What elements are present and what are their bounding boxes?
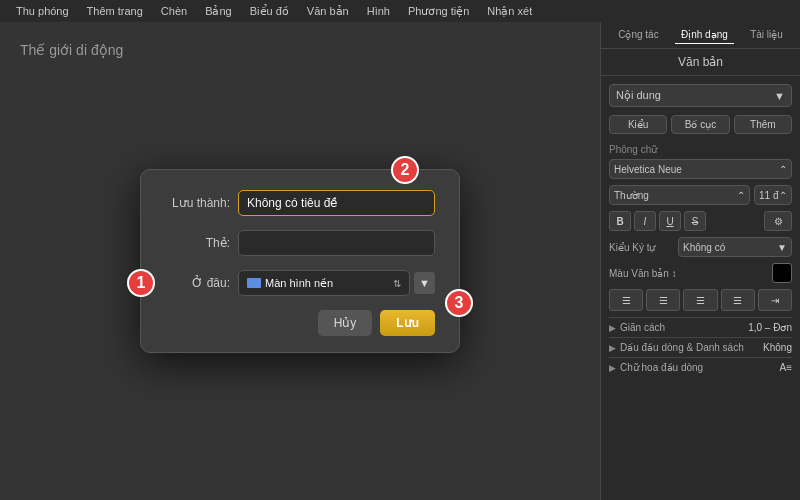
- sidebar-top-tabs: Cộng tác Định dạng Tài liệu: [601, 22, 800, 49]
- align-row: ☰ ☰ ☰ ☰ ⇥: [609, 289, 792, 311]
- menu-nhan-xet[interactable]: Nhận xét: [479, 3, 540, 20]
- tab-bo-cuc[interactable]: Bố cục: [671, 115, 729, 134]
- save-button[interactable]: Lưu: [380, 310, 435, 336]
- badge-1: 1: [127, 269, 155, 297]
- tag-input[interactable]: [238, 230, 435, 256]
- menu-bang[interactable]: Bảng: [197, 3, 240, 20]
- strikethrough-button[interactable]: S: [684, 211, 706, 231]
- sidebar-section-title: Văn bản: [601, 49, 800, 76]
- spacing-label: Giãn cách: [620, 322, 744, 333]
- list-label: Dấu đầu dòng & Danh sách: [620, 342, 759, 353]
- cancel-button[interactable]: Hủy: [318, 310, 373, 336]
- menu-phuong-tien[interactable]: Phương tiện: [400, 3, 477, 20]
- bold-button[interactable]: B: [609, 211, 631, 231]
- italic-button[interactable]: I: [634, 211, 656, 231]
- sidebar-content: Nội dung ▼ Kiểu Bố cục Thêm Phông chữ He…: [601, 76, 800, 500]
- menu-bieu-do[interactable]: Biểu đồ: [242, 3, 297, 20]
- char-style-text: Không có: [683, 242, 725, 253]
- tab-cong-tac[interactable]: Cộng tác: [612, 26, 664, 44]
- font-size-text: 11 đ: [759, 190, 778, 201]
- font-name-text: Helvetica Neue: [614, 164, 682, 175]
- location-row: Ở đâu: Màn hình nền ⇅ ▼: [165, 270, 435, 296]
- indent-button[interactable]: ⇥: [758, 289, 792, 311]
- align-left-button[interactable]: ☰: [609, 289, 643, 311]
- location-label: Ở đâu:: [165, 276, 230, 290]
- font-name-chevron-icon: ⌃: [779, 164, 787, 175]
- font-size-box[interactable]: 11 đ ⌃: [754, 185, 792, 205]
- underline-button[interactable]: U: [659, 211, 681, 231]
- char-style-label: Kiểu Ký tự: [609, 242, 674, 253]
- save-label: Lưu thành:: [165, 196, 230, 210]
- list-chevron-icon: ▶: [609, 343, 616, 353]
- style-buttons-row: B I U S ⚙: [609, 211, 792, 231]
- menubar: Thu phóng Thêm trang Chèn Bảng Biểu đồ V…: [0, 0, 800, 22]
- spacing-section[interactable]: ▶ Giãn cách 1,0 – Đơn: [609, 317, 792, 337]
- text-color-swatch[interactable]: [772, 263, 792, 283]
- spacing-value: 1,0 – Đơn: [748, 322, 792, 333]
- caps-section[interactable]: ▶ Chữ hoa đầu dòng A≡: [609, 357, 792, 377]
- align-center-button[interactable]: ☰: [646, 289, 680, 311]
- badge-3: 3: [445, 289, 473, 317]
- content-chevron-icon: ▼: [774, 90, 785, 102]
- tag-label: Thẻ:: [165, 236, 230, 250]
- char-style-dropdown[interactable]: Không có ▼: [678, 237, 792, 257]
- doc-area: Thế giới di động 1 2 3 Lưu thành: Thẻ:: [0, 22, 600, 500]
- menu-chen[interactable]: Chèn: [153, 3, 195, 19]
- tab-dinh-dang[interactable]: Định dạng: [675, 26, 734, 44]
- char-style-row: Kiểu Ký tự Không có ▼: [609, 237, 792, 257]
- align-justify-button[interactable]: ☰: [721, 289, 755, 311]
- font-style-text: Thường: [614, 190, 649, 201]
- content-label: Nội dung: [616, 89, 661, 102]
- caps-label: Chữ hoa đầu dòng: [620, 362, 775, 373]
- font-name-row: Helvetica Neue ⌃: [609, 159, 792, 179]
- location-select[interactable]: Màn hình nền ⇅: [238, 270, 410, 296]
- align-right-button[interactable]: ☰: [683, 289, 717, 311]
- text-color-row: Màu Văn bản ↕: [609, 263, 792, 283]
- more-styles-button[interactable]: ⚙: [764, 211, 792, 231]
- main-area: Thế giới di động 1 2 3 Lưu thành: Thẻ:: [0, 22, 800, 500]
- sidebar: Cộng tác Định dạng Tài liệu Văn bản Nội …: [600, 22, 800, 500]
- badge-2: 2: [391, 156, 419, 184]
- tab-tai-lieu[interactable]: Tài liệu: [744, 26, 789, 44]
- font-style-chevron-icon: ⌃: [737, 190, 745, 201]
- menu-hinh[interactable]: Hình: [359, 3, 398, 19]
- list-section[interactable]: ▶ Dấu đầu dòng & Danh sách Không: [609, 337, 792, 357]
- font-section-label: Phông chữ: [609, 144, 792, 155]
- save-dialog: 1 2 3 Lưu thành: Thẻ: Ở đâu:: [140, 169, 460, 353]
- spacing-chevron-icon: ▶: [609, 323, 616, 333]
- text-color-label: Màu Văn bản ↕: [609, 268, 768, 279]
- location-chevron-btn[interactable]: ▼: [414, 272, 435, 294]
- font-style-dropdown[interactable]: Thường ⌃: [609, 185, 750, 205]
- content-dropdown[interactable]: Nội dung ▼: [609, 84, 792, 107]
- font-name-dropdown[interactable]: Helvetica Neue ⌃: [609, 159, 792, 179]
- tab-them[interactable]: Thêm: [734, 115, 792, 134]
- tag-row: Thẻ:: [165, 230, 435, 256]
- menu-them-trang[interactable]: Thêm trang: [79, 3, 151, 19]
- dialog-buttons: Hủy Lưu: [165, 310, 435, 336]
- location-arrows-icon: ⇅: [393, 278, 401, 289]
- location-text: Màn hình nền: [265, 277, 389, 290]
- menu-van-ban[interactable]: Văn bản: [299, 3, 357, 20]
- format-tabs: Kiểu Bố cục Thêm: [609, 115, 792, 134]
- list-value: Không: [763, 342, 792, 353]
- caps-chevron-icon: ▶: [609, 363, 616, 373]
- char-style-chevron-icon: ▼: [777, 242, 787, 253]
- caps-icon: A≡: [779, 362, 792, 373]
- tab-kieu[interactable]: Kiểu: [609, 115, 667, 134]
- filename-input[interactable]: [238, 190, 435, 216]
- menu-thu-phong[interactable]: Thu phóng: [8, 3, 77, 19]
- filename-row: Lưu thành:: [165, 190, 435, 216]
- desktop-icon: [247, 278, 261, 288]
- font-size-arrows-icon: ⌃: [779, 190, 787, 201]
- font-style-row: Thường ⌃ 11 đ ⌃: [609, 185, 792, 205]
- dialog-overlay: 1 2 3 Lưu thành: Thẻ: Ở đâu:: [0, 22, 600, 500]
- location-controls: Màn hình nền ⇅ ▼: [238, 270, 435, 296]
